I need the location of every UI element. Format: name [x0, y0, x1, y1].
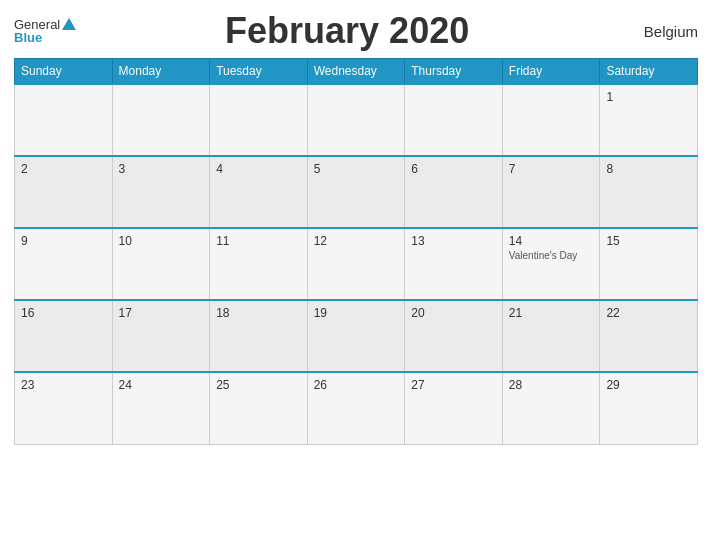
calendar-title: February 2020: [76, 10, 618, 52]
week-row-0: 1: [15, 84, 698, 156]
day-cell: 17: [112, 300, 210, 372]
day-cell: 27: [405, 372, 503, 444]
week-row-1: 2345678: [15, 156, 698, 228]
day-number: 22: [606, 306, 619, 320]
day-cell: 8: [600, 156, 698, 228]
day-cell: [112, 84, 210, 156]
day-number: 20: [411, 306, 424, 320]
logo: General Blue: [14, 18, 76, 44]
day-number: 29: [606, 378, 619, 392]
day-number: 24: [119, 378, 132, 392]
day-cell: 6: [405, 156, 503, 228]
day-number: 27: [411, 378, 424, 392]
week-row-3: 16171819202122: [15, 300, 698, 372]
col-monday: Monday: [112, 59, 210, 85]
day-cell: [502, 84, 600, 156]
col-friday: Friday: [502, 59, 600, 85]
day-cell: 1: [600, 84, 698, 156]
day-number: 17: [119, 306, 132, 320]
day-number: 3: [119, 162, 126, 176]
day-number: 26: [314, 378, 327, 392]
day-number: 28: [509, 378, 522, 392]
day-cell: 5: [307, 156, 405, 228]
col-tuesday: Tuesday: [210, 59, 308, 85]
country-label: Belgium: [618, 23, 698, 40]
day-number: 5: [314, 162, 321, 176]
day-cell: 9: [15, 228, 113, 300]
col-saturday: Saturday: [600, 59, 698, 85]
day-cell: 24: [112, 372, 210, 444]
day-cell: [405, 84, 503, 156]
day-cell: 12: [307, 228, 405, 300]
day-cell: 21: [502, 300, 600, 372]
day-cell: 14Valentine's Day: [502, 228, 600, 300]
day-number: 25: [216, 378, 229, 392]
day-number: 8: [606, 162, 613, 176]
day-cell: 28: [502, 372, 600, 444]
day-cell: 26: [307, 372, 405, 444]
day-cell: 10: [112, 228, 210, 300]
weekday-row: Sunday Monday Tuesday Wednesday Thursday…: [15, 59, 698, 85]
day-number: 15: [606, 234, 619, 248]
day-number: 14: [509, 234, 522, 248]
day-number: 9: [21, 234, 28, 248]
day-cell: 16: [15, 300, 113, 372]
day-cell: 7: [502, 156, 600, 228]
week-row-2: 91011121314Valentine's Day15: [15, 228, 698, 300]
day-number: 11: [216, 234, 229, 248]
col-sunday: Sunday: [15, 59, 113, 85]
logo-triangle-icon: [62, 18, 76, 30]
col-wednesday: Wednesday: [307, 59, 405, 85]
day-number: 18: [216, 306, 229, 320]
day-cell: 29: [600, 372, 698, 444]
day-number: 1: [606, 90, 613, 104]
day-number: 2: [21, 162, 28, 176]
day-cell: 11: [210, 228, 308, 300]
day-cell: 3: [112, 156, 210, 228]
calendar-header: Sunday Monday Tuesday Wednesday Thursday…: [15, 59, 698, 85]
day-cell: 2: [15, 156, 113, 228]
header: General Blue February 2020 Belgium: [14, 10, 698, 52]
calendar-page: General Blue February 2020 Belgium Sunda…: [0, 0, 712, 550]
day-number: 21: [509, 306, 522, 320]
day-cell: 19: [307, 300, 405, 372]
day-number: 7: [509, 162, 516, 176]
day-number: 4: [216, 162, 223, 176]
logo-blue-text: Blue: [14, 31, 42, 44]
day-number: 19: [314, 306, 327, 320]
week-row-4: 23242526272829: [15, 372, 698, 444]
day-cell: 15: [600, 228, 698, 300]
col-thursday: Thursday: [405, 59, 503, 85]
day-number: 12: [314, 234, 327, 248]
day-cell: 18: [210, 300, 308, 372]
day-event: Valentine's Day: [509, 250, 594, 261]
day-cell: 25: [210, 372, 308, 444]
calendar-table: Sunday Monday Tuesday Wednesday Thursday…: [14, 58, 698, 445]
day-cell: [15, 84, 113, 156]
day-cell: 4: [210, 156, 308, 228]
day-number: 6: [411, 162, 418, 176]
day-cell: 23: [15, 372, 113, 444]
day-number: 16: [21, 306, 34, 320]
day-cell: [307, 84, 405, 156]
day-cell: 20: [405, 300, 503, 372]
day-cell: [210, 84, 308, 156]
day-number: 10: [119, 234, 132, 248]
day-number: 23: [21, 378, 34, 392]
calendar-body: 1234567891011121314Valentine's Day151617…: [15, 84, 698, 444]
day-cell: 13: [405, 228, 503, 300]
day-cell: 22: [600, 300, 698, 372]
day-number: 13: [411, 234, 424, 248]
